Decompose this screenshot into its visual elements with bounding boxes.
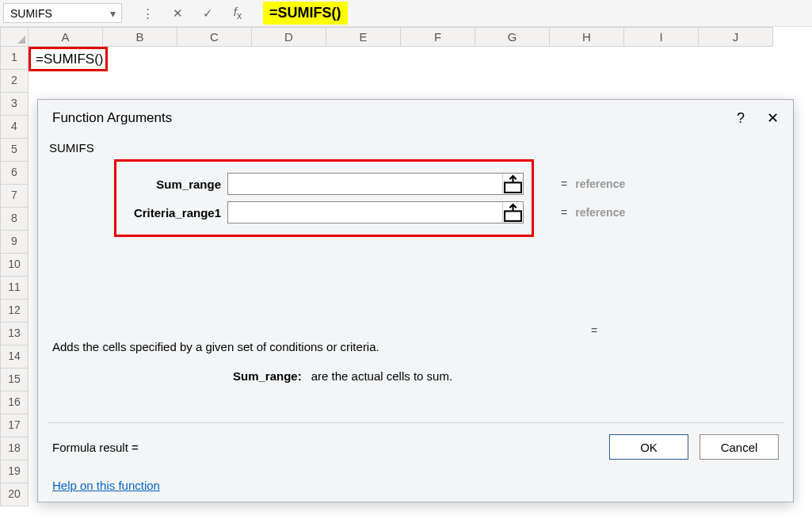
function-description: Adds the cells specified by a given set … xyxy=(52,340,779,353)
accept-formula-icon[interactable]: ✓ xyxy=(200,6,215,21)
dialog-title: Function Arguments xyxy=(52,110,737,126)
formula-controls: ⋮ ✕ ✓ fx xyxy=(125,0,260,26)
column-header[interactable]: J xyxy=(699,27,773,47)
ok-button[interactable]: OK xyxy=(609,434,688,460)
argument-hint: =reference xyxy=(561,170,625,198)
fx-icon[interactable]: fx xyxy=(230,5,246,21)
function-name-label: SUMIFS xyxy=(49,141,779,155)
row-header[interactable]: 1 xyxy=(0,47,29,70)
argument-label: Criteria_range1 xyxy=(124,206,227,220)
dialog-titlebar: Function Arguments ? ✕ xyxy=(38,100,793,136)
row-header[interactable]: 12 xyxy=(0,300,29,323)
argument-row: Sum_range xyxy=(124,170,524,198)
column-header[interactable]: D xyxy=(252,27,326,47)
row-header[interactable]: 9 xyxy=(0,231,29,254)
row-headers: 1234567891011121314151617181920 xyxy=(0,47,29,506)
formula-bar-text[interactable]: =SUMIFS() xyxy=(263,2,348,25)
column-headers: ABCDEFGHIJ xyxy=(0,27,812,47)
name-box-container[interactable]: SUMIFS ▾ xyxy=(3,3,122,23)
argument-description: Sum_range: are the actual cells to sum. xyxy=(233,369,779,383)
row-header[interactable]: 8 xyxy=(0,208,29,231)
row-header[interactable]: 14 xyxy=(0,346,29,369)
live-result: = xyxy=(591,324,779,337)
row-header[interactable]: 2 xyxy=(0,70,29,93)
column-header[interactable]: A xyxy=(29,27,103,47)
argument-row: Criteria_range1 xyxy=(124,198,524,227)
help-link[interactable]: Help on this function xyxy=(52,479,160,492)
svg-rect-0 xyxy=(505,182,521,193)
collapse-dialog-icon[interactable] xyxy=(502,202,523,223)
close-icon[interactable]: ✕ xyxy=(767,109,779,127)
column-header[interactable]: E xyxy=(326,27,401,47)
dialog-help-icon[interactable]: ? xyxy=(737,110,745,127)
column-header[interactable]: B xyxy=(103,27,177,47)
argument-hint: =reference xyxy=(561,198,625,227)
name-box[interactable]: SUMIFS xyxy=(6,6,105,21)
arguments-group: Sum_rangeCriteria_range1 xyxy=(114,159,534,237)
row-header[interactable]: 4 xyxy=(0,116,29,139)
cell-a1[interactable]: =SUMIFS() xyxy=(29,47,108,71)
row-header[interactable]: 17 xyxy=(0,414,29,437)
column-header[interactable]: C xyxy=(177,27,252,47)
formula-bar[interactable]: =SUMIFS() xyxy=(260,0,812,26)
column-header[interactable]: G xyxy=(475,27,550,47)
function-arguments-dialog: Function Arguments ? ✕ SUMIFS Sum_rangeC… xyxy=(37,99,794,502)
row-header[interactable]: 16 xyxy=(0,391,29,414)
argument-input[interactable] xyxy=(228,202,502,223)
row-header[interactable]: 3 xyxy=(0,93,29,116)
vertical-dots-icon: ⋮ xyxy=(139,6,155,21)
row-header[interactable]: 20 xyxy=(0,483,29,506)
row-header[interactable]: 7 xyxy=(0,185,29,208)
column-header[interactable]: I xyxy=(624,27,699,47)
row-header[interactable]: 6 xyxy=(0,162,29,185)
divider xyxy=(48,422,783,423)
column-header[interactable]: F xyxy=(401,27,475,47)
row-header[interactable]: 11 xyxy=(0,277,29,300)
select-all-corner[interactable] xyxy=(0,27,29,47)
formula-result-label: Formula result = xyxy=(52,441,139,454)
collapse-dialog-icon[interactable] xyxy=(502,174,523,194)
cancel-formula-icon[interactable]: ✕ xyxy=(170,6,185,21)
formula-bar-row: SUMIFS ▾ ⋮ ✕ ✓ fx =SUMIFS() xyxy=(0,0,812,27)
row-header[interactable]: 19 xyxy=(0,460,29,483)
column-header[interactable]: H xyxy=(550,27,624,47)
cancel-button[interactable]: Cancel xyxy=(700,434,779,460)
name-box-dropdown-icon[interactable]: ▾ xyxy=(105,7,120,20)
row-header[interactable]: 15 xyxy=(0,369,29,391)
argument-input[interactable] xyxy=(228,174,502,194)
row-header[interactable]: 13 xyxy=(0,323,29,346)
argument-label: Sum_range xyxy=(124,178,227,191)
svg-rect-1 xyxy=(505,211,521,221)
row-header[interactable]: 5 xyxy=(0,139,29,162)
row-header[interactable]: 18 xyxy=(0,437,29,460)
row-header[interactable]: 10 xyxy=(0,254,29,277)
